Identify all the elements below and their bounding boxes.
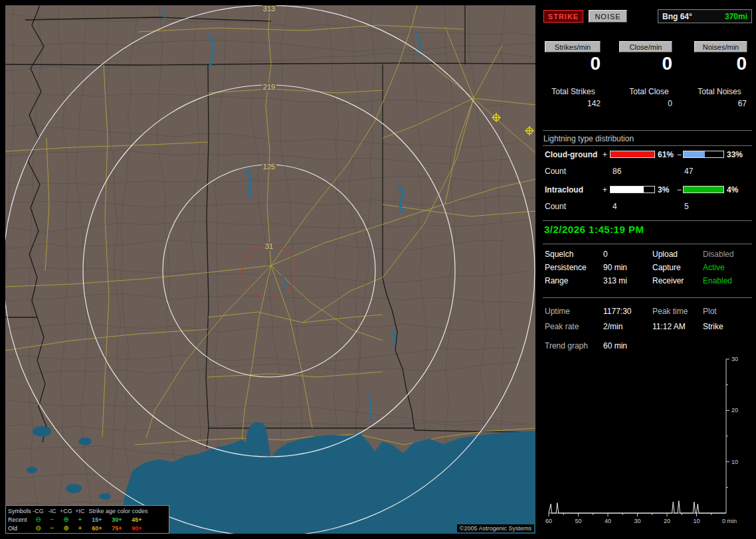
trend-graph: 1020306050403020100 min: [545, 354, 752, 532]
count-label: Count: [545, 202, 566, 211]
legend-recent-row: Recent ⊖ − ⊕ + 15+ 30+ 45+: [6, 515, 169, 524]
stats-row: Uptime 1177:30 Peak time Plot: [539, 307, 756, 317]
persistence-label: Persistence: [545, 263, 587, 272]
control-panel: STRIKE NOISE Bng 64° 370mi Strikes/min C…: [539, 0, 756, 539]
noises-per-min-value: 0: [690, 53, 747, 74]
legend-old-label: Old: [6, 525, 31, 532]
age-30: 30+: [107, 516, 127, 523]
map-canvas: 313 219 125 31: [5, 5, 535, 534]
squelch-label: Squelch: [545, 250, 573, 259]
neg-cg-recent-icon: ⊖: [31, 516, 45, 523]
cg-negative-bar: [683, 151, 724, 158]
capture-label: Capture: [652, 263, 681, 272]
age-15: 15+: [87, 516, 107, 523]
legend-age-header: Strike age color codes: [87, 508, 149, 514]
receiver-status: Enabled: [703, 276, 732, 285]
bearing-distance: 370mi: [725, 12, 747, 21]
receiver-label: Receiver: [652, 276, 684, 285]
close-per-min-button[interactable]: Close/min: [619, 41, 672, 52]
legend-col-neg-cg: -CG: [31, 508, 45, 514]
uptime-value: 1177:30: [603, 307, 632, 316]
trend-graph-row: Trend graph 60 min: [539, 341, 756, 352]
ic-negative-count: 5: [684, 202, 689, 211]
map-legend: Symbols -CG -IC +CG +IC Strike age color…: [5, 505, 169, 534]
age-45: 45+: [127, 516, 147, 523]
intracloud-label: Intracloud: [545, 185, 583, 194]
total-close-value: 0: [615, 99, 672, 108]
cloud-ground-count-row: Count 86 47: [539, 167, 756, 176]
neg-ic-recent-icon: −: [45, 516, 59, 523]
status-row: Range 313 mi Receiver Enabled: [539, 276, 756, 287]
pos-cg-old-icon: ⊕: [59, 525, 73, 532]
capture-status: Active: [703, 263, 725, 272]
total-strikes-label: Total Strikes: [542, 87, 605, 96]
neg-ic-old-icon: −: [45, 525, 59, 532]
ring-label-31: 31: [265, 242, 273, 250]
total-strikes-value: 142: [543, 99, 601, 108]
peak-time-value: 11:12 AM: [652, 322, 686, 331]
trend-graph-label: Trend graph: [545, 341, 588, 350]
bearing-display: Bng 64° 370mi: [658, 9, 752, 23]
svg-text:10: 10: [693, 518, 700, 524]
svg-text:20: 20: [664, 518, 670, 524]
stats-row: Peak rate 2/min 11:12 AM Strike: [539, 322, 756, 333]
age-90: 90+: [127, 525, 147, 532]
plus-sign: +: [603, 150, 607, 159]
range-label: Range: [545, 276, 568, 285]
neg-cg-old-icon: ⊖: [31, 525, 45, 532]
svg-text:30: 30: [634, 518, 640, 524]
status-row: Persistence 90 min Capture Active: [539, 263, 756, 273]
distribution-title: Lightning type distribution: [543, 134, 634, 143]
ic-positive-bar: [610, 186, 655, 193]
cloud-ground-row: Cloud-ground + 61% − 33%: [539, 150, 756, 159]
ring-label-219: 219: [263, 83, 275, 91]
close-per-min-value: 0: [615, 53, 672, 74]
upload-label: Upload: [652, 250, 678, 259]
cg-positive-bar: [610, 151, 655, 158]
peak-rate-label: Peak rate: [545, 322, 579, 331]
divider: [543, 220, 752, 221]
svg-text:40: 40: [605, 518, 611, 524]
ic-positive-count: 4: [613, 202, 617, 211]
lightning-map[interactable]: 313 219 125 31 Symbols -CG -IC +CG +IC S…: [5, 5, 535, 534]
divider: [543, 244, 752, 244]
legend-col-pos-ic: +IC: [73, 508, 87, 514]
cg-positive-pct: 61%: [658, 150, 674, 159]
cg-negative-pct: 33%: [727, 150, 743, 159]
pos-cg-recent-icon: ⊕: [59, 516, 73, 523]
peak-rate-value: 2/min: [603, 322, 622, 331]
minus-sign: −: [677, 150, 682, 159]
range-value: 313 mi: [603, 276, 627, 285]
divider: [543, 130, 752, 131]
noises-per-min-button[interactable]: Noises/min: [694, 41, 747, 52]
svg-text:60: 60: [545, 518, 552, 524]
upload-status: Disabled: [703, 250, 734, 259]
plot-label: Plot: [703, 307, 717, 316]
peak-time-label: Peak time: [652, 307, 688, 316]
plot-value: Strike: [703, 322, 723, 331]
strikes-per-min-button[interactable]: Strikes/min: [545, 41, 601, 52]
total-noises-label: Total Noises: [688, 87, 751, 96]
status-row: Squelch 0 Upload Disabled: [539, 250, 756, 260]
strike-button[interactable]: STRIKE: [543, 10, 583, 23]
pos-ic-old-icon: +: [73, 525, 87, 532]
trend-window-value: 60 min: [603, 341, 627, 350]
minus-sign: −: [677, 185, 682, 194]
ic-negative-pct: 4%: [727, 185, 738, 194]
cg-positive-count: 86: [613, 167, 621, 176]
svg-text:0 min: 0 min: [722, 518, 737, 524]
plus-sign: +: [603, 185, 607, 194]
uptime-label: Uptime: [545, 307, 570, 316]
squelch-value: 0: [603, 250, 608, 259]
svg-text:10: 10: [731, 459, 738, 465]
cg-negative-count: 47: [684, 167, 693, 176]
svg-text:30: 30: [731, 356, 738, 362]
svg-text:50: 50: [575, 518, 581, 524]
pos-ic-recent-icon: +: [73, 516, 87, 523]
copyright: ©2005 Astrogenic Systems: [457, 524, 534, 532]
legend-recent-label: Recent: [6, 516, 31, 523]
datetime-display: 3/2/2026 1:45:19 PM: [544, 224, 644, 235]
noise-button[interactable]: NOISE: [589, 10, 627, 23]
legend-col-pos-cg: +CG: [59, 508, 73, 514]
intracloud-count-row: Count 4 5: [539, 202, 756, 211]
